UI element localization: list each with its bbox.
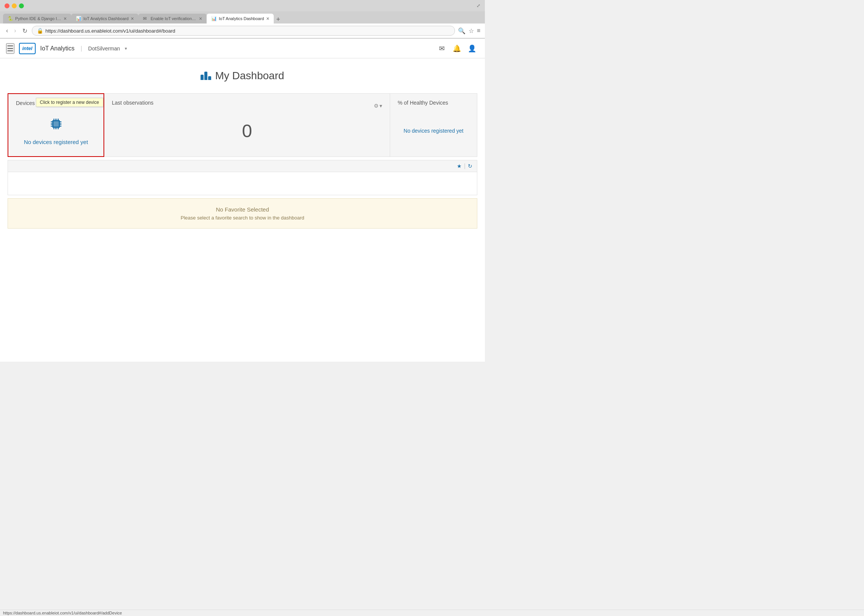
- healthy-title: % of Healthy Devices: [398, 100, 469, 106]
- tab-iot-analytics-2[interactable]: 📊 IoT Analytics Dashboard ×: [207, 14, 274, 24]
- tab-enable-iot[interactable]: ✉ Enable IoT verification – In... ×: [138, 14, 207, 24]
- healthy-content: No devices registered yet: [398, 112, 469, 150]
- new-tab-button[interactable]: +: [274, 16, 283, 24]
- hamburger-menu[interactable]: ☰: [6, 43, 14, 54]
- observations-count: 0: [242, 121, 252, 141]
- back-button[interactable]: ‹: [5, 27, 9, 35]
- lock-icon: 🔒: [37, 28, 43, 34]
- reload-button[interactable]: ↻: [21, 27, 29, 35]
- toolbar-separator: |: [464, 163, 465, 170]
- bell-icon: 🔔: [452, 44, 461, 53]
- observations-content: 0: [112, 112, 382, 150]
- tab-iot-analytics-1[interactable]: 📊 IoT Analytics Dashboard ×: [71, 14, 138, 24]
- observations-header: Last observations ⚙ ▾: [112, 100, 382, 112]
- register-device-tooltip: Click to register a new device: [36, 98, 103, 107]
- browser-chrome: ⤢ 🐍 Python IDE & Django IDE f... × 📊 IoT…: [0, 0, 485, 39]
- minimize-button[interactable]: [12, 3, 17, 8]
- tab-close-3[interactable]: ×: [199, 16, 202, 21]
- main-content: My Dashboard Devices: [0, 58, 485, 361]
- tabs-bar: 🐍 Python IDE & Django IDE f... × 📊 IoT A…: [0, 11, 485, 24]
- refresh-icon[interactable]: ↻: [468, 163, 472, 169]
- address-input[interactable]: 🔒 https://dashboard.us.enableiot.com/v1/…: [32, 26, 455, 36]
- title-bar: ⤢: [0, 0, 485, 11]
- bar-1: [201, 75, 204, 80]
- bottom-section: ★ | ↻: [8, 160, 477, 195]
- window-controls: [5, 3, 24, 8]
- mail-icon: ✉: [439, 44, 445, 53]
- favorite-title: No Favorite Selected: [16, 206, 469, 213]
- bottom-toolbar: ★ | ↻: [8, 160, 477, 172]
- gear-icon: ⚙: [374, 103, 379, 109]
- favorite-subtitle: Please select a favorite search to show …: [16, 215, 469, 221]
- navbar-icons: ✉ 🔔 👤: [435, 42, 479, 55]
- app-title: IoT Analytics: [40, 45, 74, 52]
- tab-close-2[interactable]: ×: [131, 16, 134, 21]
- star-icon[interactable]: ★: [457, 163, 462, 169]
- maximize-button[interactable]: [19, 3, 24, 8]
- address-text: https://dashboard.us.enableiot.com/v1/ui…: [46, 28, 450, 34]
- intel-text: intel: [22, 46, 33, 51]
- tab-label-4: IoT Analytics Dashboard: [219, 16, 264, 21]
- gear-chevron: ▾: [380, 103, 382, 109]
- bar-3: [208, 76, 211, 80]
- observations-title: Last observations: [112, 100, 154, 106]
- notifications-button[interactable]: 🔔: [450, 42, 463, 55]
- observations-widget: Last observations ⚙ ▾ 0: [104, 93, 390, 157]
- tab-python-ide[interactable]: 🐍 Python IDE & Django IDE f... ×: [3, 14, 71, 24]
- tab-close-4[interactable]: ×: [266, 16, 269, 21]
- user-icon: 👤: [468, 44, 476, 53]
- search-icon[interactable]: 🔍: [458, 27, 465, 35]
- healthy-widget: % of Healthy Devices No devices register…: [390, 93, 477, 157]
- bar-2: [204, 72, 207, 80]
- bookmark-icon[interactable]: ☆: [468, 27, 474, 35]
- tab-close-1[interactable]: ×: [64, 16, 67, 21]
- devices-widget[interactable]: Devices: [8, 93, 104, 157]
- favorite-section: No Favorite Selected Please select a fav…: [8, 198, 477, 229]
- close-button[interactable]: [5, 3, 9, 8]
- page-title: My Dashboard: [8, 70, 477, 82]
- tab-label-2: IoT Analytics Dashboard: [83, 16, 129, 21]
- widgets-row: Devices: [8, 93, 477, 157]
- dashboard-chart-icon: [201, 72, 211, 80]
- user-name: DotSilverman: [88, 46, 120, 52]
- intel-logo: intel: [19, 43, 36, 54]
- tab-favicon-3: ✉: [143, 16, 148, 21]
- bottom-content: [8, 172, 477, 195]
- tab-label-1: Python IDE & Django IDE f...: [15, 16, 61, 21]
- healthy-no-devices-link[interactable]: No devices registered yet: [404, 128, 463, 134]
- app-navbar: ☰ intel IoT Analytics | DotSilverman ▾ ✉…: [0, 39, 485, 58]
- chip-icon: [49, 116, 64, 135]
- no-devices-text: No devices registered yet: [24, 138, 88, 146]
- title-bar-resize: ⤢: [476, 3, 480, 8]
- devices-widget-content: No devices registered yet: [16, 112, 96, 150]
- app-title-separator: |: [80, 45, 82, 52]
- address-icons: 🔍 ☆ ≡: [458, 27, 480, 35]
- tab-label-3: Enable IoT verification – In...: [151, 16, 197, 21]
- address-bar: ‹ › ↻ 🔒 https://dashboard.us.enableiot.c…: [0, 24, 485, 38]
- gear-dropdown[interactable]: ⚙ ▾: [374, 103, 382, 109]
- user-dropdown-arrow[interactable]: ▾: [125, 46, 127, 51]
- tab-favicon-1: 🐍: [8, 16, 13, 21]
- mail-button[interactable]: ✉: [435, 42, 448, 55]
- forward-button[interactable]: ›: [13, 27, 17, 35]
- page-title-text: My Dashboard: [215, 70, 284, 82]
- svg-rect-1: [53, 121, 59, 127]
- user-profile-button[interactable]: 👤: [465, 42, 479, 55]
- tab-favicon-2: 📊: [76, 16, 81, 21]
- tab-favicon-4: 📊: [211, 16, 217, 21]
- menu-icon[interactable]: ≡: [477, 27, 480, 34]
